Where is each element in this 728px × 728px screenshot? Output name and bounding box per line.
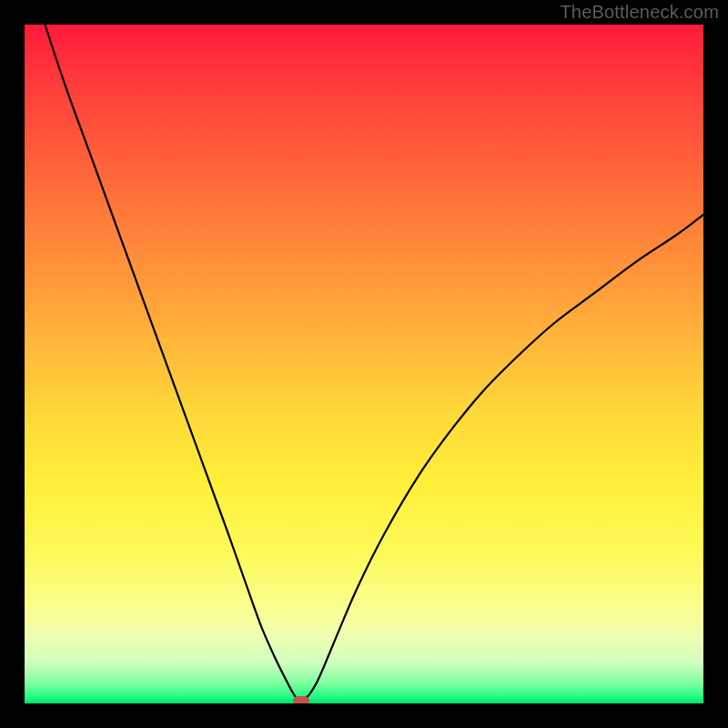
gradient-background — [25, 25, 703, 703]
chart-frame: TheBottleneck.com — [0, 0, 728, 728]
watermark-text: TheBottleneck.com — [560, 2, 719, 23]
plot-area — [25, 25, 703, 703]
minimum-marker — [293, 696, 309, 703]
